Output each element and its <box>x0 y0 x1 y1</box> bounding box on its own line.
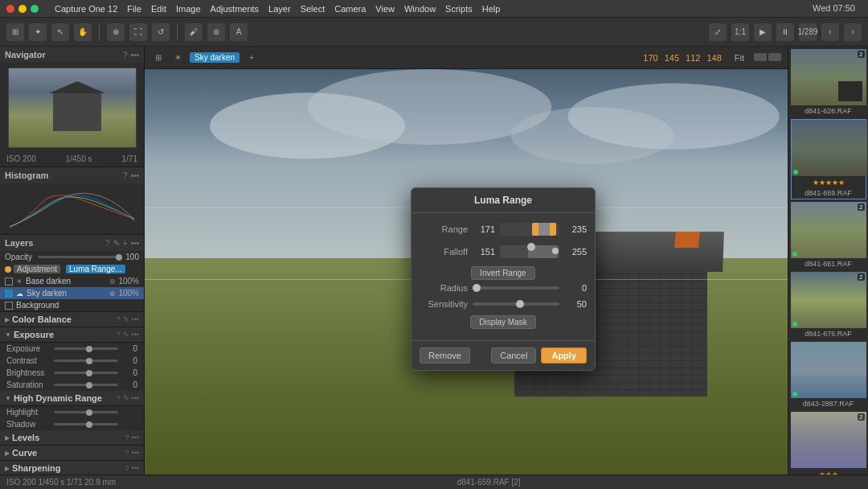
toolbar-1to1[interactable]: 1:1 <box>731 23 749 41</box>
lv-dots[interactable]: ••• <box>132 434 139 442</box>
cv-dots[interactable]: ••• <box>132 449 139 457</box>
range-thumb-right[interactable] <box>550 223 556 236</box>
exp-e[interactable]: ✎ <box>123 331 129 339</box>
layer-item-bg[interactable]: Background <box>0 299 144 311</box>
contrast-slider[interactable] <box>54 360 118 362</box>
invert-range-button[interactable]: Invert Range <box>471 266 534 280</box>
histogram-question[interactable]: ? <box>123 171 128 180</box>
luma-range-badge[interactable]: Luma Range... <box>66 265 125 273</box>
hdr-q[interactable]: ? <box>117 394 121 402</box>
toolbar-btn-brush[interactable]: 🖌 <box>185 23 203 41</box>
canvas-grid-icon[interactable]: ⊞ <box>151 51 166 65</box>
toolbar-btn-zoom[interactable]: ⊕ <box>107 23 125 41</box>
saturation-slider[interactable] <box>54 384 118 386</box>
menu-file[interactable]: File <box>127 4 141 14</box>
layer-eye-bg[interactable] <box>5 302 13 310</box>
radius-thumb[interactable] <box>473 284 481 292</box>
filmstrip-item-2[interactable]: ★★★★★ d841-659.RAF <box>791 119 866 199</box>
menu-image[interactable]: Image <box>176 4 201 14</box>
radius-slider[interactable] <box>473 286 559 290</box>
layers-add[interactable]: + <box>123 239 128 248</box>
menu-layer[interactable]: Layer <box>268 4 291 14</box>
highlight-slider[interactable] <box>54 411 118 413</box>
hdr-dots[interactable]: ••• <box>132 394 139 402</box>
lv-q[interactable]: ? <box>125 434 129 442</box>
minimize-button[interactable] <box>18 5 27 13</box>
cb-e[interactable]: ✎ <box>123 315 129 323</box>
opacity-slider[interactable] <box>38 256 120 258</box>
menu-edit[interactable]: Edit <box>151 4 166 14</box>
filmstrip-item-1[interactable]: 2 d841-626.RAF <box>791 49 866 117</box>
sensitivity-slider[interactable] <box>473 302 559 306</box>
menu-capture-one[interactable]: Capture One 12 <box>55 4 117 14</box>
falloff-track[interactable] <box>500 245 559 258</box>
brightness-slider[interactable] <box>54 372 118 374</box>
maximize-button[interactable] <box>31 5 39 13</box>
menu-help[interactable]: Help <box>482 4 501 14</box>
layers-question[interactable]: ? <box>105 239 110 248</box>
view-btn-2[interactable] <box>768 53 781 61</box>
exp-q[interactable]: ? <box>117 331 121 339</box>
layer-item-sky[interactable]: ☁ Sky darken ⊚ 100% <box>0 287 144 299</box>
hdr-e[interactable]: ✎ <box>123 394 129 402</box>
sh-q[interactable]: ? <box>125 464 129 472</box>
toolbar-btn-rotate[interactable]: ↺ <box>152 23 170 41</box>
toolbar-btn-text[interactable]: A <box>230 23 248 41</box>
apply-button[interactable]: Apply <box>541 347 587 364</box>
menu-scripts[interactable]: Scripts <box>445 4 473 14</box>
layers-ellipsis[interactable]: ••• <box>130 239 139 248</box>
toolbar-btn-cursor[interactable]: ↖ <box>51 23 69 41</box>
canvas-add-layer[interactable]: + <box>244 51 259 65</box>
sky-darken-badge[interactable]: Sky darken <box>190 52 240 63</box>
toolbar-btn-2[interactable]: ✦ <box>29 23 47 41</box>
layers-edit[interactable]: ✎ <box>113 239 120 248</box>
fit-label[interactable]: Fit <box>735 53 744 63</box>
toolbar-fit[interactable]: ⤢ <box>709 23 727 41</box>
falloff-thumb-right[interactable] <box>552 248 559 254</box>
range-track[interactable] <box>500 223 559 236</box>
filmstrip-item-6[interactable]: 2 ★★★ <box>791 412 866 479</box>
menu-camera[interactable]: Camera <box>334 4 366 14</box>
toolbar-btn-heal[interactable]: ⊚ <box>207 23 225 41</box>
canvas-sun-icon[interactable]: ☀ <box>170 51 185 65</box>
navigator-header[interactable]: Navigator ? ••• <box>0 47 144 63</box>
cv-q[interactable]: ? <box>125 449 129 457</box>
cb-q[interactable]: ? <box>117 315 121 323</box>
layer-item-base[interactable]: ☀ Base darken ⊚ 100% <box>0 275 144 287</box>
range-thumb-left[interactable] <box>532 223 538 236</box>
layer-eye-base[interactable] <box>5 277 13 286</box>
curve-header[interactable]: ▶ Curve ?••• <box>0 446 144 461</box>
toolbar-count[interactable]: 1/289 <box>799 23 817 41</box>
question-icon[interactable]: ? <box>123 51 128 60</box>
exp-dots[interactable]: ••• <box>132 331 139 339</box>
adjustment-badge[interactable]: Adjustment <box>14 265 60 273</box>
hdr-header[interactable]: ▼ High Dynamic Range ? ✎ ••• <box>0 391 144 406</box>
layer-eye-sky[interactable] <box>5 290 13 298</box>
toolbar-btn-crop[interactable]: ⛶ <box>129 23 147 41</box>
filmstrip-item-4[interactable]: 2 d841-676.RAF <box>791 272 866 339</box>
filmstrip-item-5[interactable]: d843-2887.RAF <box>791 342 866 409</box>
menu-view[interactable]: View <box>375 4 395 14</box>
color-balance-header[interactable]: ▶ Color Balance ? ✎ ••• <box>0 312 144 327</box>
cancel-button[interactable]: Cancel <box>491 347 536 364</box>
menu-select[interactable]: Select <box>301 4 326 14</box>
menu-window[interactable]: Window <box>404 4 436 14</box>
display-mask-button[interactable]: Display Mask <box>470 315 535 329</box>
shadow-slider[interactable] <box>54 423 118 425</box>
menu-adjustments[interactable]: Adjustments <box>211 4 260 14</box>
exposure-header[interactable]: ▼ Exposure ? ✎ ••• <box>0 327 144 343</box>
filmstrip-item-3[interactable]: 2 d841-661.RAF <box>791 202 866 269</box>
sh-dots[interactable]: ••• <box>132 464 139 472</box>
cb-dots[interactable]: ••• <box>132 315 139 323</box>
toolbar-play[interactable]: ▶ <box>754 23 772 41</box>
remove-button[interactable]: Remove <box>420 347 470 364</box>
exposure-slider[interactable] <box>54 347 118 350</box>
toolbar-nav-next[interactable]: › <box>844 23 862 41</box>
levels-header[interactable]: ▶ Levels ?••• <box>0 430 144 446</box>
toolbar-btn-1[interactable]: ⊞ <box>6 23 24 41</box>
view-btn-1[interactable] <box>754 53 767 61</box>
toolbar-pause[interactable]: ⏸ <box>776 23 794 41</box>
toolbar-nav-prev[interactable]: ‹ <box>821 23 839 41</box>
falloff-thumb-left[interactable] <box>527 243 535 251</box>
layers-header[interactable]: Layers ? ✎ + ••• <box>0 235 144 251</box>
